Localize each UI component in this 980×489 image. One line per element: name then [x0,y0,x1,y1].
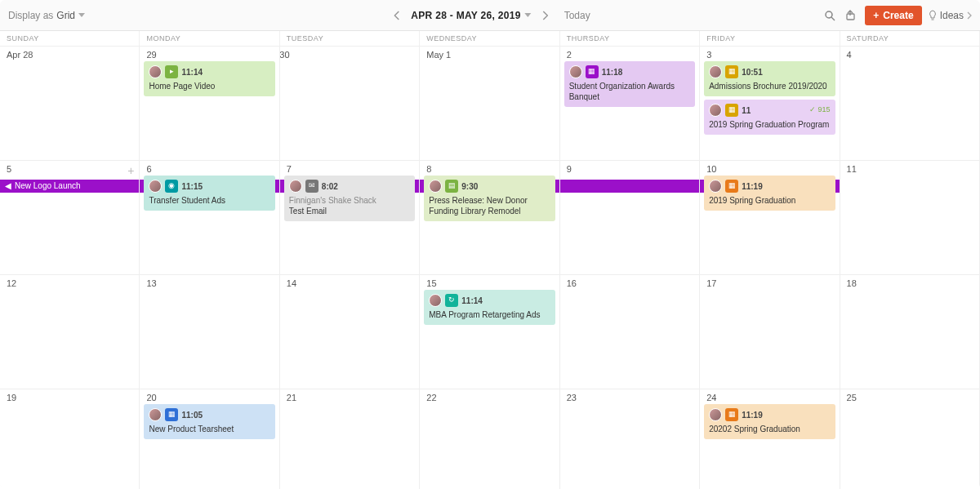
event-time: 10:51 [742,67,763,78]
event-card[interactable]: ▸ 11:14 Home Page Video [144,61,275,96]
date-number: 6 [146,164,151,174]
event-time: 11:19 [742,410,763,420]
event-card[interactable]: ▦ 11:05 New Product Tearsheet [144,404,274,439]
display-as-dropdown[interactable]: Display as Grid [8,10,85,21]
event-time: 11:14 [181,67,203,78]
svg-line-1 [831,17,835,20]
date-range-picker[interactable]: APR 28 - MAY 26, 2019 [411,10,531,21]
create-button[interactable]: + Create [865,6,921,25]
calendar-cell[interactable]: 21 [280,389,420,489]
date-number: 10 [706,164,716,174]
date-number: 8 [426,164,431,174]
ad-icon: ◉ [165,180,178,193]
date-number: 18 [847,278,857,288]
calendar-cell[interactable]: 17 [700,275,840,389]
calendar-cell[interactable]: 9 [560,161,700,275]
event-icon: ▦ [725,408,738,421]
event-card[interactable]: ▦ 11:19 2019 Spring Graduation [704,176,835,211]
share-icon[interactable] [844,8,858,23]
calendar-cell[interactable]: 11 [840,161,980,275]
day-header: SUNDAY [0,31,140,46]
calendar-cell[interactable]: 18 [840,275,980,389]
date-number: 2 [567,50,572,60]
prev-period-button[interactable] [390,8,404,23]
avatar [429,180,442,193]
event-title: New Product Tearsheet [149,424,270,434]
date-number: 24 [706,393,716,402]
calendar-cell[interactable]: 7 ✉ 8:02 Finnigan's Shake Shack Test Ema… [280,161,420,275]
ideas-button[interactable]: Ideas [929,10,972,21]
calendar-cell[interactable]: 24 ▦ 11:19 20202 Spring Graduation [700,389,840,489]
date-range-text: APR 28 - MAY 26, 2019 [411,10,520,21]
calendar-cell[interactable]: 15 ↻ 11:14 MBA Program Retargeting Ads [420,275,559,389]
chevron-down-icon [525,13,532,17]
display-as-label: Display as [8,10,53,21]
event-icon: ▦ [725,180,738,193]
day-header: WEDNESDAY [420,31,559,46]
calendar-cell[interactable]: 25 [840,389,980,489]
event-card[interactable]: ✉ 8:02 Finnigan's Shake Shack Test Email [284,176,415,221]
event-title: Test Email [289,206,410,216]
date-number: 17 [706,278,716,288]
calendar-cell[interactable]: 12 [0,275,140,389]
doc-icon: ▦ [725,104,738,117]
email-icon: ✉ [305,180,318,193]
calendar-cell[interactable]: 20 ▦ 11:05 New Product Tearsheet [140,389,279,489]
date-number: May 1 [426,50,451,60]
event-card[interactable]: ▦ 11 ✓ 915 2019 Spring Graduation Progra… [704,100,835,135]
event-title: Press Release: New Donor Funding Library… [429,195,550,216]
calendar-cell[interactable]: 5 + [0,161,140,275]
date-number: 13 [146,278,156,288]
calendar-cell[interactable]: 22 [420,389,559,489]
event-card[interactable]: ▤ 9:30 Press Release: New Donor Funding … [424,176,555,221]
event-title: 20202 Spring Graduation [709,424,830,434]
search-icon[interactable] [822,8,837,23]
calendar-cell[interactable]: 14 [280,275,420,389]
event-card[interactable]: ↻ 11:14 MBA Program Retargeting Ads [424,290,555,325]
event-title: Finnigan's Shake Shack [289,195,410,206]
date-number: 14 [287,278,296,288]
chevron-down-icon [78,13,85,17]
calendar-cell[interactable]: 29 30 ▸ 11:14 Home Page Video [140,47,420,161]
today-button[interactable]: Today [564,10,590,21]
event-title: Transfer Student Ads [149,195,270,206]
date-number: 19 [7,393,16,402]
event-card[interactable]: ▦ 10:51 Admissions Brochure 2019/2020 [704,61,835,96]
day-header: TUESDAY [280,31,420,46]
date-number: 9 [567,164,572,174]
day-header: SATURDAY [840,31,980,46]
calendar-cell[interactable]: 2 ▦ 11:18 Student Organization Awards Ba… [560,47,700,161]
date-number: 20 [146,393,156,402]
add-event-button[interactable]: + [127,164,134,177]
calendar-cell[interactable]: Apr 28 [0,47,140,161]
event-time: 11 [742,105,751,116]
event-card[interactable]: ▦ 11:19 20202 Spring Graduation [704,404,835,439]
calendar-cell[interactable]: 19 [0,389,140,489]
calendar-cell[interactable]: 8 ▤ 9:30 Press Release: New Donor Fundin… [420,161,559,275]
sheet-icon: ▦ [165,408,178,421]
calendar-cell[interactable]: 4 [840,47,980,161]
event-time: 11:15 [181,181,203,192]
calendar-cell[interactable]: 13 [140,275,279,389]
calendar-cell[interactable]: 3 ▦ 10:51 Admissions Brochure 2019/2020 … [700,47,840,161]
day-header: MONDAY [140,31,279,46]
date-number: 16 [567,278,577,288]
event-time: 8:02 [322,181,338,192]
event-card[interactable]: ▦ 11:18 Student Organization Awards Banq… [564,61,695,107]
doc-icon: ▦ [725,65,738,78]
avatar [149,408,162,421]
event-time: 11:05 [181,410,203,420]
calendar-cell[interactable]: 6 ◉ 11:15 Transfer Student Ads [140,161,279,275]
date-number: 5 [7,164,11,174]
calendar-cell[interactable]: May 1 [420,47,559,161]
date-number: 4 [847,50,852,60]
calendar-cell[interactable]: 16 [560,275,700,389]
calendar-cell[interactable]: 23 [560,389,700,489]
event-time: 11:19 [742,181,763,192]
next-period-button[interactable] [538,8,553,23]
avatar [709,65,722,78]
date-number: 11 [847,164,857,174]
calendar-cell[interactable]: 10 ▦ 11:19 2019 Spring Graduation [700,161,840,275]
plus-icon: + [873,10,879,21]
event-card[interactable]: ◉ 11:15 Transfer Student Ads [144,176,274,211]
